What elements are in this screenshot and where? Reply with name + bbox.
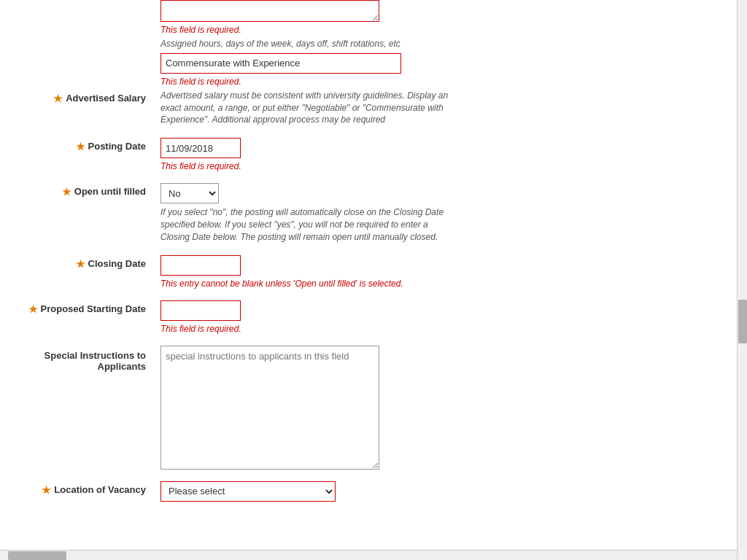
open-until-filled-select[interactable]: No Yes (160, 183, 219, 203)
required-star-advertised: ★ (53, 93, 63, 104)
required-star-closing: ★ (76, 258, 85, 270)
closing-date-label-col: ★ Closing Date (15, 255, 160, 270)
location-of-vacancy-label: Location of Vacancy (54, 484, 146, 495)
page-wrapper: This field is required. Assigned hours, … (0, 0, 747, 560)
top-textarea[interactable] (160, 0, 379, 22)
proposed-starting-date-row: ★ Proposed Starting Date This field is r… (15, 300, 693, 334)
scrollbar-h-thumb[interactable] (8, 551, 66, 560)
special-instructions-row: Special Instructions to Applicants (15, 346, 693, 470)
closing-date-label: Closing Date (88, 258, 146, 269)
posting-date-label-col: ★ Posting Date (15, 138, 160, 152)
location-of-vacancy-select[interactable]: Please select (160, 481, 336, 502)
special-instructions-label: Special Instructions to Applicants (15, 350, 146, 372)
posting-date-input[interactable] (160, 138, 241, 158)
required-star-proposed: ★ (28, 303, 38, 315)
proposed-starting-date-error: This field is required. (160, 324, 693, 334)
commensurate-input[interactable]: Commensurate with Experience (160, 53, 401, 74)
closing-date-input[interactable] (160, 255, 241, 276)
closing-date-row: ★ Closing Date This entry cannot be blan… (15, 255, 693, 289)
proposed-starting-date-input-col: This field is required. (160, 300, 693, 334)
posting-date-label: Posting Date (88, 141, 146, 152)
advertised-salary-label: Advertised Salary (66, 93, 146, 104)
content-area: This field is required. Assigned hours, … (0, 0, 737, 550)
open-until-filled-label-col: ★ Open until filled (15, 183, 160, 198)
closing-date-input-col: This entry cannot be blank unless 'Open … (160, 255, 693, 289)
closing-date-error: This entry cannot be blank unless 'Open … (160, 279, 693, 289)
commensurate-col: Commensurate with Experience This field … (160, 53, 693, 87)
open-until-filled-helper: If you select "no", the posting will aut… (160, 206, 452, 243)
special-instructions-label-col: Special Instructions to Applicants (15, 346, 160, 372)
advertised-salary-helper: Advertised salary must be consistent wit… (160, 90, 452, 126)
special-instructions-input-col (160, 346, 693, 470)
posting-date-row: ★ Posting Date This field is required. (15, 138, 693, 171)
top-textarea-error: This field is required. (160, 25, 693, 35)
scrollbar-thumb[interactable] (738, 300, 747, 343)
open-until-filled-row: ★ Open until filled No Yes If you select… (15, 183, 693, 243)
required-star-posting: ★ (76, 141, 85, 152)
required-star-location: ★ (42, 484, 51, 496)
advertised-salary-row: ★ Advertised Salary Advertised salary mu… (15, 90, 693, 126)
open-until-filled-input-col: No Yes If you select "no", the posting w… (160, 183, 693, 243)
advertised-salary-label-col: ★ Advertised Salary (15, 90, 160, 104)
scrollbar-bottom[interactable] (0, 550, 737, 560)
special-instructions-textarea[interactable] (160, 346, 379, 470)
posting-date-input-col: This field is required. (160, 138, 693, 171)
top-textarea-helper: Assigned hours, days of the week, days o… (160, 38, 452, 50)
top-textarea-col: This field is required. Assigned hours, … (160, 0, 693, 50)
proposed-starting-date-label-col: ★ Proposed Starting Date (15, 300, 160, 315)
advertised-salary-input-col: Advertised salary must be consistent wit… (160, 90, 693, 126)
location-of-vacancy-input-col: Please select (160, 481, 693, 502)
commensurate-error: This field is required. (160, 77, 693, 87)
top-section: This field is required. Assigned hours, … (0, 0, 722, 522)
location-of-vacancy-row: ★ Location of Vacancy Please select (15, 481, 693, 503)
proposed-starting-date-label: Proposed Starting Date (41, 303, 146, 314)
open-until-filled-label: Open until filled (74, 186, 146, 197)
proposed-starting-date-input[interactable] (160, 300, 241, 321)
location-of-vacancy-label-col: ★ Location of Vacancy (15, 481, 160, 496)
posting-date-error: This field is required. (160, 161, 693, 171)
scrollbar-right[interactable] (737, 0, 747, 560)
required-star-open: ★ (62, 186, 71, 198)
